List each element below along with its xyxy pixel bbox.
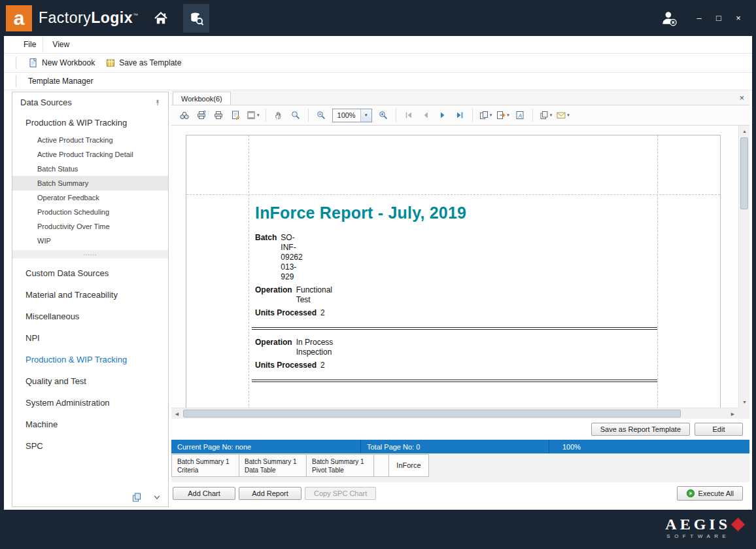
save-as-template-button[interactable]: Save as Template [100,56,186,70]
scroll-right-icon[interactable]: ▶ [727,408,738,419]
vertical-scroll-thumb[interactable] [740,137,748,209]
user-icon [661,10,678,27]
print-options-icon: ? [196,110,207,120]
document-tabstrip: Workbook(6) × [171,90,749,105]
template-manager-button[interactable]: Template Manager [23,75,98,88]
sheet-tabstrip: Batch Summary 1 Criteria Batch Summary 1… [171,453,749,482]
toolbar-separator [266,109,266,122]
previous-page-button[interactable] [418,107,434,123]
scroll-up-icon[interactable]: ▲ [739,126,749,137]
multipage-view-button[interactable]: ▾ [477,107,494,123]
print-button[interactable] [211,107,226,123]
data-explorer-button[interactable] [183,4,209,33]
zoom-in-button[interactable] [375,107,391,123]
execute-all-button[interactable]: Execute All [677,486,743,501]
category-splitter[interactable]: ...... [12,250,168,258]
next-page-button[interactable] [435,107,451,123]
watermark-button[interactable]: A [512,107,528,123]
field-label: Batch [255,233,277,282]
category-quality-and-test[interactable]: Quality and Test [12,370,168,392]
toolbar-main: New Workbook Save as Template [4,54,752,73]
logo-letter: a [14,7,25,29]
zoom-dropdown-icon[interactable]: ▾ [360,109,371,122]
titlebar: a FactoryLogix™ – □ × [0,0,756,36]
category-spc[interactable]: SPC [12,435,168,457]
copy-pages-icon[interactable] [131,492,142,503]
zoom-out-icon [316,110,326,120]
edit-button[interactable]: Edit [695,423,743,436]
tabstrip-close-icon[interactable]: × [739,94,744,102]
binoculars-icon [179,110,190,120]
find-button[interactable] [177,107,192,123]
last-page-icon [455,110,465,120]
last-page-button[interactable] [452,107,468,123]
pin-icon[interactable] [154,98,162,107]
send-mail-button[interactable]: ▾ [555,107,571,123]
titlebar-right: – □ × [658,7,756,29]
menubar: File View [4,36,752,54]
maximize-button[interactable]: □ [709,10,729,27]
sidebar-item-operator-feedback[interactable]: Operator Feedback [12,190,168,205]
add-chart-button[interactable]: Add Chart [173,487,235,500]
category-production-wip-tracking[interactable]: Production & WIP Tracking [12,349,168,370]
page-setup-button[interactable] [228,107,243,123]
category-machine[interactable]: Machine [12,414,168,435]
sidebar-item-production-scheduling[interactable]: Production Scheduling [12,205,168,219]
sheet-tab-criteria[interactable]: Batch Summary 1 Criteria [171,454,239,477]
copy-button[interactable]: ▾ [538,107,554,123]
sidebar-item-wip[interactable]: WIP [12,234,168,248]
minimize-button[interactable]: – [689,10,709,27]
sheet-tab-inforce[interactable]: InForce [388,454,429,477]
dropdown-caret-icon: ▾ [490,113,492,118]
sheet-tab-pivot-table[interactable]: Batch Summary 1 Pivot Table [306,454,374,477]
field-label: Operation [255,285,292,305]
vertical-scrollbar[interactable]: ▲ ▼ [738,126,749,408]
brand-regular: Factory [39,9,91,26]
menu-file[interactable]: File [17,37,43,52]
new-workbook-button[interactable]: New Workbook [23,56,100,70]
category-custom-data-sources[interactable]: Custom Data Sources [12,262,168,284]
first-page-icon [404,110,414,120]
category-material-and-traceability[interactable]: Material and Traceability [12,284,168,306]
hand-tool-button[interactable] [271,107,286,123]
user-session-button[interactable] [658,7,680,29]
group-production-wip-tracking[interactable]: Production & WIP Tracking [12,111,168,133]
print-options-button[interactable]: ? [194,107,209,123]
horizontal-scroll-thumb[interactable] [183,410,681,417]
zoom-status: 100% [549,440,749,453]
category-miscellaneous[interactable]: Miscellaneous [12,306,168,327]
sidebar-item-productivity-over-time[interactable]: Productivity Over Time [12,219,168,234]
scroll-down-icon[interactable]: ▼ [739,397,749,408]
chevron-down-icon[interactable] [152,493,162,501]
save-as-report-template-button[interactable]: Save as Report Template [591,423,690,436]
first-page-button[interactable] [401,107,417,123]
category-system-administration[interactable]: System Administration [12,392,168,414]
tab-workbook[interactable]: Workbook(6) [173,92,231,105]
home-icon [153,11,169,26]
category-npi[interactable]: NPI [12,327,168,349]
sidebar-item-batch-status[interactable]: Batch Status [12,162,168,176]
close-button[interactable]: × [729,10,748,27]
sidebar-item-active-product-tracking-detail[interactable]: Active Product Tracking Detail [12,147,168,162]
app-window: a FactoryLogix™ – □ × [0,0,756,549]
zoom-select[interactable]: 100% ▾ [332,109,372,122]
export-button[interactable]: ▾ [494,107,511,123]
sheet-tab-data-table[interactable]: Batch Summary 1 Data Table [239,454,307,477]
header-footer-button[interactable]: ▾ [245,107,261,123]
sidebar-item-active-product-tracking[interactable]: Active Product Tracking [12,133,168,147]
home-button[interactable] [148,4,174,33]
copy-spc-chart-button[interactable]: Copy SPC Chart [305,487,376,500]
report-field-operation-2: Operation In Process Inspection [252,338,657,357]
sidebar-item-batch-summary[interactable]: Batch Summary [12,176,168,190]
zoom-out-button[interactable] [313,107,329,123]
toolbar-separator [472,109,473,122]
menu-view[interactable]: View [46,37,76,52]
scroll-left-icon[interactable]: ◀ [171,408,182,419]
sheet-tab-spacer[interactable] [373,454,389,477]
watermark-icon: A [515,110,525,120]
magnifier-tool-button[interactable] [288,107,303,123]
app-title: FactoryLogix™ [39,9,139,27]
add-report-button[interactable]: Add Report [239,487,301,500]
report-content: InForce Report - July, 2019 Batch SO- IN… [252,204,657,390]
horizontal-scrollbar[interactable]: ◀ ▶ [171,408,738,419]
